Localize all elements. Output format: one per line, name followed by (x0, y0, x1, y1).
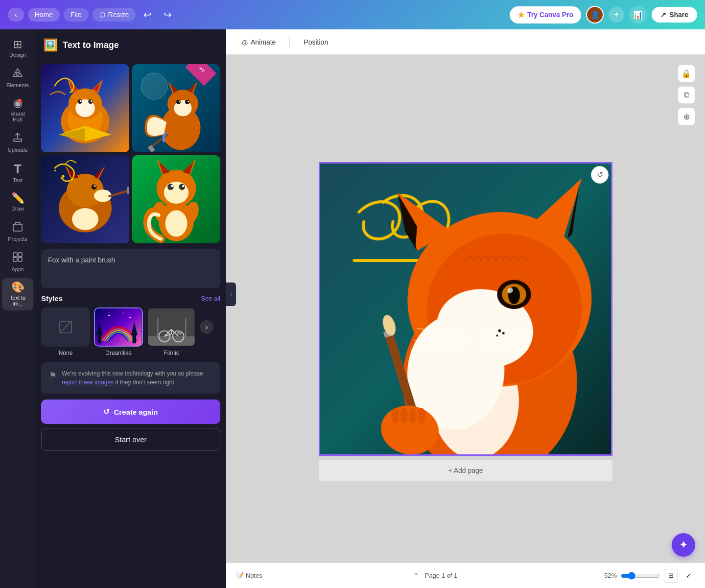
main-canvas[interactable] (319, 162, 612, 456)
style-dreamlike[interactable]: Dreamlike (94, 307, 143, 356)
position-button[interactable]: Position (298, 35, 334, 49)
sidebar-item-draw[interactable]: ✏️ Draw (2, 189, 33, 215)
lock-button[interactable]: 🔒 (678, 65, 695, 82)
avatar[interactable]: 👤 (586, 6, 604, 24)
start-over-button[interactable]: Start over (41, 428, 220, 451)
try-pro-button[interactable]: ★ Try Canva Pro (510, 6, 581, 24)
generated-image-3[interactable] (41, 155, 129, 243)
fullscreen-button[interactable]: ⤢ (682, 569, 695, 583)
page-info: Page 1 of 1 (425, 572, 458, 579)
canvas-float-actions: 🔒 ⧉ ⊕ (678, 65, 695, 125)
redo-button[interactable]: ↪ (160, 7, 176, 23)
notes-button[interactable]: 📝 Notes (236, 572, 262, 579)
canvas-scroll-area[interactable]: 🔒 ⧉ ⊕ ↺ + Add page (226, 55, 705, 588)
svg-point-80 (109, 315, 110, 316)
file-button[interactable]: File (64, 8, 89, 22)
sidebar-item-uploads[interactable]: Uploads (2, 128, 33, 157)
bottom-bar: 📝 Notes ⌃ Page 1 of 1 52% ⊞ ⤢ (226, 563, 705, 588)
add-page-bar[interactable]: + Add page (319, 460, 612, 481)
sidebar-item-elements[interactable]: Elements (2, 64, 33, 92)
style-thumb-none (41, 307, 90, 347)
try-pro-label: Try Canva Pro (527, 11, 573, 19)
undo-button[interactable]: ↩ (140, 7, 156, 23)
see-all-button[interactable]: See all (201, 295, 220, 302)
chevron-left-icon: ‹ (230, 291, 232, 298)
prompt-text-box[interactable]: Fox with a paint brush (41, 249, 220, 288)
regen-button[interactable]: ↺ (591, 166, 609, 184)
panel-header: 🖼️ Text to Image (35, 29, 226, 58)
zoom-label: 52% (604, 572, 617, 579)
magic-assistant-button[interactable]: ✦ (672, 533, 695, 557)
bottom-right: 52% ⊞ ⤢ (604, 569, 695, 583)
draw-icon: ✏️ (11, 193, 24, 204)
add-account-button[interactable]: + (609, 7, 624, 23)
svg-point-49 (92, 184, 97, 189)
svg-point-73 (165, 211, 188, 237)
animate-label: Animate (251, 38, 276, 46)
panel-hide-toggle[interactable]: ‹ (226, 282, 236, 306)
share-button[interactable]: ↗ Share (652, 7, 697, 23)
resize-button[interactable]: ⬡ Resize (93, 8, 136, 22)
styles-row: None (41, 307, 220, 356)
sidebar-item-text[interactable]: T Text (2, 159, 33, 187)
info-box: ⚑ We're evolving this new technology wit… (41, 362, 220, 394)
notes-icon: 📝 (236, 572, 244, 579)
prompt-text: Fox with a paint brush (48, 256, 115, 264)
nav-right-section: ★ Try Canva Pro 👤 + 📊 ↗ Share (510, 6, 697, 24)
svg-rect-5 (18, 253, 22, 257)
sidebar-item-projects[interactable]: Projects (2, 217, 33, 246)
position-label: Position (304, 38, 328, 46)
generated-image-1[interactable] (41, 64, 129, 152)
generated-image-4[interactable] (132, 155, 220, 243)
svg-point-55 (62, 175, 64, 178)
left-sidebar: ⊞ Design Elements ◉ Brand Hub Uploads T … (0, 29, 35, 588)
style-filmic[interactable]: Filmic (147, 307, 196, 356)
sidebar-item-brand[interactable]: ◉ Brand Hub (2, 94, 33, 126)
home-button[interactable]: Home (28, 8, 60, 22)
home-label: Home (35, 11, 53, 19)
share-label: Share (669, 11, 688, 19)
info-text-1: We're evolving this new technology with … (62, 370, 203, 377)
text-icon: T (14, 163, 22, 175)
create-again-label: Create again (114, 408, 158, 416)
styles-section: Styles See all None (35, 294, 226, 362)
sidebar-item-design[interactable]: ⊞ Design (2, 35, 33, 62)
top-navbar: ‹ Home File ⬡ Resize ↩ ↪ ★ Try Canva Pro… (0, 0, 705, 29)
zoom-slider[interactable] (621, 572, 660, 580)
sidebar-item-apps[interactable]: Apps (2, 248, 33, 276)
sidebar-item-label-elements: Elements (6, 82, 29, 88)
style-dreamlike-label: Dreamlike (105, 350, 132, 356)
sidebar-item-label-brand: Brand Hub (5, 111, 30, 122)
nav-back-button[interactable]: ‹ (8, 8, 24, 22)
styles-next-button[interactable]: › (200, 320, 213, 334)
generated-image-2[interactable]: AC (132, 64, 220, 152)
svg-rect-91 (177, 331, 182, 335)
sidebar-item-label-uploads: Uploads (8, 147, 27, 153)
svg-point-81 (123, 313, 124, 314)
analytics-button[interactable]: 📊 (629, 6, 647, 24)
toolbar-divider (289, 36, 290, 48)
svg-point-50 (94, 185, 96, 187)
canvas-toolbar: ◎ Animate Position (226, 29, 705, 55)
add-element-button[interactable]: ⊕ (678, 108, 695, 125)
start-over-label: Start over (115, 435, 146, 444)
pages-toggle-button[interactable]: ⌃ (409, 570, 423, 582)
duplicate-canvas-button[interactable]: ⧉ (678, 86, 695, 104)
sidebar-item-text-to-image[interactable]: 🎨 Text to Im... (2, 278, 33, 310)
brand-wrap: ◉ (13, 98, 23, 109)
canvas-area: ◎ Animate Position 🔒 ⧉ ⊕ ↺ + Add page (226, 29, 705, 588)
sidebar-item-label-draw: Draw (11, 206, 24, 212)
panel-title: Text to Image (63, 40, 119, 50)
notes-label: Notes (246, 572, 262, 579)
resize-label: Resize (108, 11, 129, 19)
grid-view-button[interactable]: ⊞ (664, 569, 678, 583)
svg-point-20 (91, 100, 93, 102)
style-none[interactable]: None (41, 307, 90, 356)
animate-button[interactable]: ◎ Animate (236, 35, 282, 49)
add-page-label: + Add page (448, 467, 483, 474)
svg-point-71 (182, 185, 185, 188)
report-link[interactable]: report these images (62, 379, 114, 386)
create-again-button[interactable]: ↺ Create again (41, 400, 220, 424)
styles-header: Styles See all (41, 294, 220, 303)
style-filmic-label: Filmic (164, 350, 179, 356)
